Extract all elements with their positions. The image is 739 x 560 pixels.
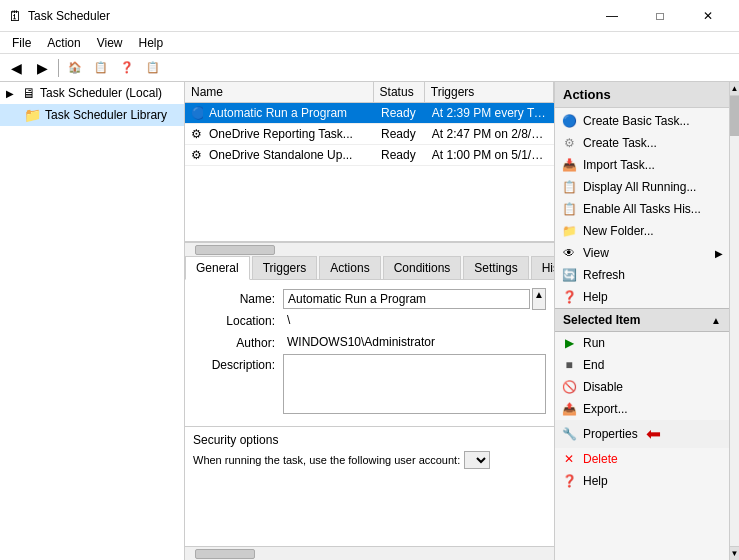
task-list[interactable]: Name Status Triggers 🔵 Automatic Run a P…	[185, 82, 554, 242]
security-section: Security options When running the task, …	[185, 426, 554, 475]
action-create-task[interactable]: ⚙ Create Task...	[555, 132, 729, 154]
task-list-hscrollbar[interactable]	[185, 242, 554, 256]
action-properties[interactable]: 🔧 Properties ⬅	[555, 420, 729, 448]
refresh-icon: 🔄	[561, 267, 577, 283]
task-row-name: OneDrive Standalone Up...	[203, 145, 375, 165]
selected-item-title: Selected Item	[563, 313, 640, 327]
chevron-right-icon: ▶	[715, 248, 723, 259]
security-text: When running the task, use the following…	[193, 454, 460, 466]
right-panel-wrapper: Actions 🔵 Create Basic Task... ⚙ Create …	[554, 82, 739, 560]
scroll-up-btn[interactable]: ▲	[730, 82, 739, 96]
title-bar: 🗓 Task Scheduler — □ ✕	[0, 0, 739, 32]
menu-help[interactable]: Help	[131, 34, 172, 52]
action-end[interactable]: ■ End	[555, 354, 729, 376]
task-row-triggers: At 1:00 PM on 5/1/1992 -...	[426, 145, 554, 165]
action-help-selected[interactable]: ❓ Help	[555, 470, 729, 492]
task-row-icon: 🔵	[185, 103, 203, 123]
task-row-icon: ⚙	[185, 145, 203, 165]
help-icon: ❓	[561, 289, 577, 305]
annotation-arrow: ⬅	[646, 423, 661, 445]
create-basic-icon: 🔵	[561, 113, 577, 129]
action-delete-label: Delete	[583, 452, 618, 466]
tab-general[interactable]: General	[185, 256, 250, 280]
action-view[interactable]: 👁 View ▶	[555, 242, 729, 264]
actions-header: Actions	[555, 82, 729, 108]
actions-list: 🔵 Create Basic Task... ⚙ Create Task... …	[555, 108, 729, 494]
minimize-button[interactable]: —	[589, 5, 635, 27]
col-triggers[interactable]: Triggers	[425, 82, 554, 102]
task-row-name: Automatic Run a Program	[203, 103, 375, 123]
action-export-label: Export...	[583, 402, 628, 416]
bottom-hscroll-thumb[interactable]	[195, 549, 255, 559]
tree-root-icon: 🖥	[22, 85, 36, 101]
chevron-up-icon: ▲	[711, 315, 721, 326]
center-panel: Name Status Triggers 🔵 Automatic Run a P…	[185, 82, 554, 560]
folder-button[interactable]: 📋	[89, 57, 113, 79]
action-create-basic[interactable]: 🔵 Create Basic Task...	[555, 110, 729, 132]
action-display-all-running[interactable]: 📋 Display All Running...	[555, 176, 729, 198]
home-button[interactable]: 🏠	[63, 57, 87, 79]
action-export[interactable]: 📤 Export...	[555, 398, 729, 420]
tabs-bar: General Triggers Actions Conditions Sett…	[185, 256, 554, 280]
action-delete[interactable]: ✕ Delete	[555, 448, 729, 470]
hscroll-thumb[interactable]	[195, 245, 275, 255]
task-row-status: Ready	[375, 145, 426, 165]
menu-action[interactable]: Action	[39, 34, 88, 52]
tab-conditions[interactable]: Conditions	[383, 256, 462, 279]
location-value: \	[283, 310, 546, 332]
clipboard-button[interactable]: 📋	[141, 57, 165, 79]
tree-library[interactable]: 📁 Task Scheduler Library	[0, 104, 184, 126]
action-new-folder[interactable]: 📁 New Folder...	[555, 220, 729, 242]
action-disable-label: Disable	[583, 380, 623, 394]
scroll-down-btn[interactable]: ▼	[730, 546, 739, 560]
action-enable-history-label: Enable All Tasks His...	[583, 202, 701, 216]
action-new-folder-label: New Folder...	[583, 224, 654, 238]
action-enable-history[interactable]: 📋 Enable All Tasks His...	[555, 198, 729, 220]
back-button[interactable]: ◀	[4, 57, 28, 79]
right-scrollbar[interactable]: ▲ ▼	[729, 82, 739, 560]
expand-icon[interactable]: ▶	[6, 88, 18, 99]
tab-history[interactable]: Histo	[531, 256, 554, 279]
maximize-button[interactable]: □	[637, 5, 683, 27]
tree-root-label: Task Scheduler (Local)	[40, 86, 162, 100]
description-label: Description:	[193, 354, 283, 414]
help-toolbar-button[interactable]: ❓	[115, 57, 139, 79]
description-textarea[interactable]	[283, 354, 546, 414]
task-row[interactable]: ⚙ OneDrive Standalone Up... Ready At 1:0…	[185, 145, 554, 166]
forward-button[interactable]: ▶	[30, 57, 54, 79]
name-scroll[interactable]: ▲	[532, 288, 546, 310]
user-account-select[interactable]	[464, 451, 490, 469]
properties-icon: 🔧	[561, 426, 577, 442]
task-row-triggers: At 2:39 PM every Tuesday...	[426, 103, 554, 123]
app-icon: 🗓	[8, 8, 22, 24]
scroll-thumb[interactable]	[730, 96, 739, 136]
col-status[interactable]: Status	[374, 82, 425, 102]
location-label: Location:	[193, 310, 283, 332]
action-run[interactable]: ▶ Run	[555, 332, 729, 354]
tab-triggers[interactable]: Triggers	[252, 256, 318, 279]
action-disable[interactable]: 🚫 Disable	[555, 376, 729, 398]
action-help[interactable]: ❓ Help	[555, 286, 729, 308]
action-import-task[interactable]: 📥 Import Task...	[555, 154, 729, 176]
tree-root[interactable]: ▶ 🖥 Task Scheduler (Local)	[0, 82, 184, 104]
action-refresh[interactable]: 🔄 Refresh	[555, 264, 729, 286]
menu-view[interactable]: View	[89, 34, 131, 52]
author-label: Author:	[193, 332, 283, 354]
task-row[interactable]: 🔵 Automatic Run a Program Ready At 2:39 …	[185, 103, 554, 124]
tab-settings[interactable]: Settings	[463, 256, 528, 279]
name-input[interactable]	[283, 289, 530, 309]
toolbar-separator	[58, 59, 59, 77]
close-button[interactable]: ✕	[685, 5, 731, 27]
menu-bar: File Action View Help	[0, 32, 739, 54]
menu-file[interactable]: File	[4, 34, 39, 52]
disable-icon: 🚫	[561, 379, 577, 395]
task-row-status: Ready	[375, 124, 426, 144]
col-name[interactable]: Name	[185, 82, 374, 102]
task-list-header: Name Status Triggers	[185, 82, 554, 103]
main-content: ▶ 🖥 Task Scheduler (Local) 📁 Task Schedu…	[0, 82, 739, 560]
bottom-hscrollbar[interactable]	[185, 546, 554, 560]
security-title: Security options	[193, 433, 546, 447]
selected-item-header[interactable]: Selected Item ▲	[555, 308, 729, 332]
tab-actions[interactable]: Actions	[319, 256, 380, 279]
task-row[interactable]: ⚙ OneDrive Reporting Task... Ready At 2:…	[185, 124, 554, 145]
